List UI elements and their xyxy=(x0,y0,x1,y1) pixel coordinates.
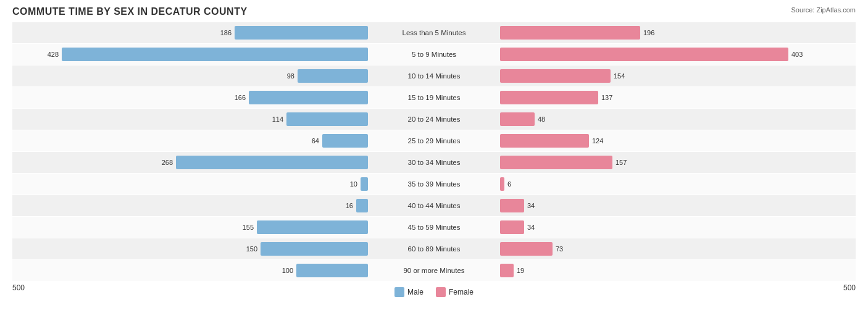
footer-row: 500 Male Female 500 xyxy=(12,283,856,297)
left-section: 100 xyxy=(12,260,370,281)
bar-female xyxy=(500,156,612,169)
table-row: 15060 to 89 Minutes73 xyxy=(12,238,856,259)
bar-female xyxy=(500,91,598,104)
value-male: 155 xyxy=(243,224,254,231)
left-section: 150 xyxy=(12,238,370,259)
bar-male xyxy=(296,264,368,277)
row-label: 35 to 39 Minutes xyxy=(370,180,498,188)
row-label: 45 to 59 Minutes xyxy=(370,224,498,231)
left-section: 166 xyxy=(12,87,370,108)
value-male: 10 xyxy=(350,180,357,188)
table-row: 186Less than 5 Minutes196 xyxy=(12,22,856,43)
right-section: 73 xyxy=(498,238,856,259)
chart-title: COMMUTE TIME BY SEX IN DECATUR COUNTY xyxy=(12,6,856,17)
row-label: 90 or more Minutes xyxy=(370,267,498,274)
value-male: 428 xyxy=(48,51,59,58)
value-female: 19 xyxy=(517,267,524,274)
footer-right-value: 500 xyxy=(843,283,856,297)
bars-area: 186Less than 5 Minutes1964285 to 9 Minut… xyxy=(12,22,856,281)
bar-female xyxy=(500,264,514,277)
bar-male xyxy=(249,91,368,104)
right-section: 137 xyxy=(498,87,856,108)
right-section: 34 xyxy=(498,195,856,216)
value-female: 196 xyxy=(643,29,654,36)
bar-female xyxy=(500,48,788,61)
bar-male xyxy=(286,112,368,126)
source-text: Source: ZipAtlas.com xyxy=(791,6,856,14)
row-label: 15 to 19 Minutes xyxy=(370,94,498,101)
legend-male: Male xyxy=(394,287,424,297)
bar-male xyxy=(322,134,368,148)
bar-female xyxy=(500,69,611,83)
table-row: 6425 to 29 Minutes124 xyxy=(12,130,856,151)
right-section: 157 xyxy=(498,152,856,173)
table-row: 26830 to 34 Minutes157 xyxy=(12,152,856,173)
footer-left-value: 500 xyxy=(12,283,25,297)
legend-female-box xyxy=(436,287,446,297)
left-section: 268 xyxy=(12,152,370,173)
bar-female xyxy=(500,242,553,256)
row-label: 40 to 44 Minutes xyxy=(370,202,498,209)
value-male: 268 xyxy=(162,159,173,166)
bar-male xyxy=(356,199,368,212)
table-row: 10090 or more Minutes19 xyxy=(12,260,856,281)
bar-female xyxy=(500,134,589,148)
value-female: 154 xyxy=(614,72,625,80)
legend-male-box xyxy=(394,287,404,297)
row-label: 20 to 24 Minutes xyxy=(370,115,498,123)
left-section: 186 xyxy=(12,22,370,43)
left-section: 10 xyxy=(12,174,370,195)
table-row: 9810 to 14 Minutes154 xyxy=(12,65,856,86)
value-male: 166 xyxy=(235,94,246,101)
value-female: 34 xyxy=(527,224,535,231)
bar-female xyxy=(500,220,524,234)
left-section: 114 xyxy=(12,109,370,130)
right-section: 48 xyxy=(498,109,856,130)
legend-female-label: Female xyxy=(449,288,474,296)
bar-female xyxy=(500,177,504,191)
row-label: 25 to 29 Minutes xyxy=(370,137,498,145)
right-section: 6 xyxy=(498,174,856,195)
table-row: 4285 to 9 Minutes403 xyxy=(12,44,856,65)
right-section: 196 xyxy=(498,22,856,43)
left-section: 98 xyxy=(12,65,370,86)
bar-male xyxy=(361,177,368,191)
bar-male xyxy=(257,220,368,234)
value-male: 16 xyxy=(346,202,353,209)
row-label: 5 to 9 Minutes xyxy=(370,51,498,58)
right-section: 19 xyxy=(498,260,856,281)
value-female: 34 xyxy=(527,202,535,209)
row-label: Less than 5 Minutes xyxy=(370,29,498,36)
right-section: 34 xyxy=(498,217,856,238)
right-section: 154 xyxy=(498,65,856,86)
bar-female xyxy=(500,112,535,126)
left-section: 428 xyxy=(12,44,370,65)
row-label: 10 to 14 Minutes xyxy=(370,72,498,80)
value-female: 124 xyxy=(592,137,603,145)
value-male: 150 xyxy=(246,245,257,253)
value-male: 186 xyxy=(220,29,232,36)
row-label: 60 to 89 Minutes xyxy=(370,245,498,253)
value-female: 137 xyxy=(601,94,612,101)
right-section: 403 xyxy=(498,44,856,65)
right-section: 124 xyxy=(498,130,856,151)
table-row: 11420 to 24 Minutes48 xyxy=(12,109,856,130)
bar-female xyxy=(500,199,524,212)
value-female: 48 xyxy=(538,115,545,123)
bar-male xyxy=(62,48,368,61)
bar-male xyxy=(261,242,368,256)
value-female: 73 xyxy=(556,245,563,253)
table-row: 16615 to 19 Minutes137 xyxy=(12,87,856,108)
left-section: 155 xyxy=(12,217,370,238)
row-label: 30 to 34 Minutes xyxy=(370,159,498,166)
table-row: 1640 to 44 Minutes34 xyxy=(12,195,856,216)
left-section: 64 xyxy=(12,130,370,151)
legend-female: Female xyxy=(436,287,474,297)
left-section: 16 xyxy=(12,195,370,216)
table-row: 1035 to 39 Minutes6 xyxy=(12,174,856,195)
value-male: 98 xyxy=(287,72,294,80)
value-male: 100 xyxy=(282,267,293,274)
chart-container: COMMUTE TIME BY SEX IN DECATUR COUNTY So… xyxy=(0,0,868,323)
value-female: 403 xyxy=(791,51,803,58)
value-male: 64 xyxy=(312,137,319,145)
